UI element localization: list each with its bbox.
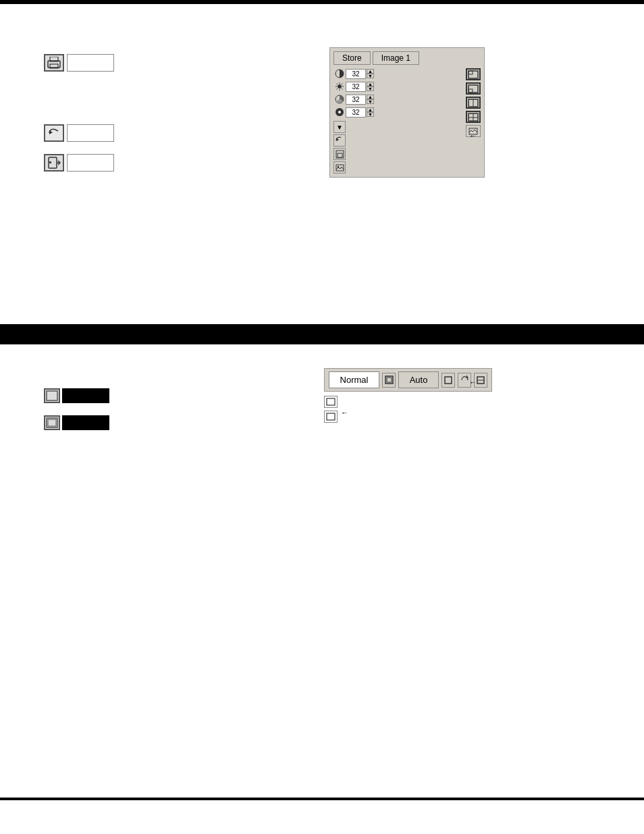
section-divider-bar	[0, 324, 644, 344]
img-slot-3[interactable]	[466, 97, 481, 109]
annotation-arrow-sq: ←	[341, 409, 348, 417]
sharpness-spinners: ▲ ▼	[367, 107, 374, 117]
brightness-down[interactable]: ▼	[367, 86, 374, 91]
lower-icon-1	[44, 388, 60, 403]
adj-row-brightness: 32 ▲ ▼	[333, 81, 462, 92]
svg-point-19	[338, 111, 341, 113]
svg-point-8	[338, 84, 342, 88]
store-button[interactable]: Store	[333, 51, 371, 65]
svg-rect-5	[49, 161, 51, 163]
svg-rect-44	[327, 413, 335, 420]
lower-sq-items	[324, 396, 338, 423]
top-border	[0, 0, 644, 4]
expand-icon[interactable]	[382, 373, 396, 388]
color-spinners: ▲ ▼	[367, 95, 374, 104]
contrast-icon	[333, 68, 346, 79]
exit-icon	[44, 154, 64, 172]
print-icon	[44, 54, 64, 72]
adj-row-contrast: 32 ▲ ▼	[333, 68, 462, 79]
upper-left-controls	[44, 54, 114, 184]
lower-label-1	[62, 388, 109, 403]
brightness-icon	[333, 81, 346, 92]
lower-sq-2[interactable]	[324, 411, 338, 423]
adj-row-sharpness: 32 ▲ ▼	[333, 107, 462, 118]
svg-rect-40	[445, 377, 452, 384]
lower-item-1-row	[44, 388, 109, 403]
panel-main-content: 32 ▲ ▼ 32 ▲ ▼	[333, 68, 481, 174]
undo-btn-row	[44, 124, 114, 142]
exit-btn-row	[44, 154, 114, 172]
sharpness-down[interactable]: ▼	[367, 112, 374, 117]
print-btn-row	[44, 54, 114, 72]
img-slot-2[interactable]	[466, 82, 481, 95]
image-small-icon[interactable]	[333, 161, 346, 174]
color-up[interactable]: ▲	[367, 95, 374, 99]
svg-line-15	[342, 84, 343, 85]
svg-line-16	[337, 88, 338, 90]
print-btn-label[interactable]	[67, 54, 114, 72]
contrast-down[interactable]: ▼	[367, 74, 374, 78]
undo-icon	[44, 124, 64, 142]
normal-auto-bar: Normal Auto	[324, 368, 492, 392]
svg-line-14	[342, 88, 343, 90]
annotation-arrow-lower: ←	[469, 378, 477, 386]
contrast-value: 32	[346, 69, 366, 79]
contrast-spinners: ▲ ▼	[367, 69, 374, 78]
store-small-icon[interactable]	[333, 148, 346, 160]
bottom-icons-col: ▼	[333, 121, 462, 174]
color-down[interactable]: ▼	[367, 99, 374, 104]
svg-rect-43	[327, 398, 335, 405]
undo-btn-label[interactable]	[67, 124, 114, 142]
lower-item-2-row	[44, 415, 109, 430]
normal-button[interactable]: Normal	[329, 371, 379, 388]
img-slot-1[interactable]	[466, 68, 481, 80]
lower-sq-1[interactable]	[324, 396, 338, 408]
bottom-border	[0, 798, 644, 800]
lower-label-2	[62, 415, 109, 430]
sharpness-value: 32	[346, 107, 366, 118]
undo-small-icon[interactable]	[333, 134, 346, 147]
adj-row-color: 32 ▲ ▼	[333, 94, 462, 105]
svg-marker-20	[336, 138, 339, 141]
image1-button[interactable]: Image 1	[373, 51, 419, 65]
svg-line-13	[337, 84, 338, 85]
svg-rect-39	[387, 377, 392, 382]
lower-left-controls	[44, 388, 109, 442]
brightness-up[interactable]: ▲	[367, 82, 374, 86]
contrast-up[interactable]: ▲	[367, 69, 374, 74]
dropdown-icon[interactable]: ▼	[333, 121, 346, 133]
img-slot-4[interactable]	[466, 111, 481, 123]
auto-button[interactable]: Auto	[398, 371, 439, 388]
panel-header-row: Store Image 1	[333, 51, 481, 65]
image-adjust-panel: Store Image 1 32 ▲ ▼	[329, 47, 485, 178]
adj-rows-col: 32 ▲ ▼ 32 ▲ ▼	[333, 68, 462, 174]
color-icon	[333, 94, 346, 105]
lower-icon-2	[44, 415, 60, 430]
exit-btn-label[interactable]	[67, 154, 114, 172]
svg-point-24	[337, 165, 338, 167]
svg-rect-22	[338, 153, 342, 157]
annotation-arrow-upper: ←	[469, 132, 477, 140]
upper-section: Store Image 1 32 ▲ ▼	[0, 14, 644, 304]
svg-rect-37	[48, 419, 56, 426]
brightness-spinners: ▲ ▼	[367, 82, 374, 91]
sharpness-up[interactable]: ▲	[367, 107, 374, 112]
sharpness-icon	[333, 107, 346, 118]
color-value: 32	[346, 95, 366, 105]
brightness-value: 32	[346, 82, 366, 92]
square-icon-1[interactable]	[441, 373, 455, 388]
image-slots-col	[466, 68, 481, 174]
svg-marker-3	[49, 130, 53, 134]
svg-rect-35	[47, 391, 57, 400]
